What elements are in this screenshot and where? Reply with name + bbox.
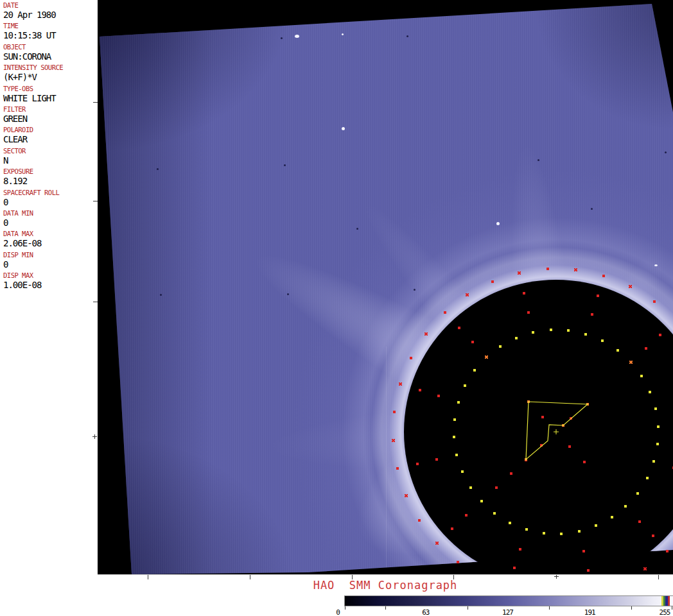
colorbar-minor-tick — [385, 606, 386, 610]
metadata-label: EXPOSURE — [3, 167, 98, 176]
metadata-entry: DATA MIN0 — [3, 209, 98, 230]
metadata-entry: FILTERGREEN — [3, 105, 98, 126]
metadata-value: WHITE LIGHT — [3, 93, 98, 103]
colorbar-end-stripe — [670, 596, 673, 606]
metadata-entry: DATE20 Apr 1980 — [3, 1, 98, 22]
metadata-value: 0 — [3, 259, 98, 270]
metadata-entry: DATA MAX2.06E-08 — [3, 230, 98, 250]
bottom-axis-plus — [554, 576, 559, 577]
panel-bottom-divider — [98, 574, 673, 575]
metadata-value: 8.192 — [3, 176, 98, 186]
colorbar-minor-tick — [468, 606, 468, 610]
colorbar-tick-label: 255 — [660, 608, 670, 616]
left-axis-tick — [93, 201, 98, 201]
metadata-label: SPACECRAFT ROLL — [3, 189, 98, 197]
metadata-entry: TIME10:15:38 UT — [3, 22, 98, 42]
metadata-label: SECTOR — [3, 147, 98, 155]
calibration-polygon-overlay — [98, 0, 673, 574]
colorbar-tick-label: 191 — [584, 608, 595, 616]
metadata-label: DATE — [3, 1, 98, 10]
metadata-entry: SECTORN — [3, 147, 98, 167]
metadata-value: 1.00E-08 — [3, 280, 98, 290]
metadata-value: 0 — [3, 218, 98, 228]
metadata-entry: EXPOSURE8.192 — [3, 167, 98, 188]
metadata-entry: SPACECRAFT ROLL0 — [3, 189, 98, 209]
metadata-entry: DISP MIN0 — [3, 251, 98, 271]
metadata-entry: TYPE-OBSWHITE LIGHT — [3, 85, 98, 105]
metadata-label: TYPE-OBS — [3, 85, 98, 93]
left-axis-tick — [93, 102, 98, 103]
colorbar-tick-label: 127 — [502, 608, 513, 616]
metadata-value: 2.06E-08 — [3, 238, 98, 248]
coronagraph-viewer: { "metadata_panel": { "entries": [ {"lab… — [0, 0, 673, 616]
metadata-entry: INTENSITY SOURCE(K+F)*V — [3, 64, 98, 84]
colorbar-tick-label: 0 — [336, 608, 340, 616]
metadata-label: INTENSITY SOURCE — [3, 64, 98, 72]
colorbar-minor-tick — [549, 606, 550, 610]
left-axis-plus — [94, 434, 95, 439]
metadata-value: CLEAR — [3, 134, 98, 144]
image-title: HAO SMM Coronagraph — [98, 579, 673, 592]
metadata-label: DISP MIN — [3, 251, 98, 259]
left-axis-tick — [93, 302, 98, 302]
metadata-value: 20 Apr 1980 — [3, 10, 98, 20]
metadata-label: DATA MAX — [3, 230, 98, 238]
metadata-value: GREEN — [3, 114, 98, 124]
metadata-value: N — [3, 155, 98, 166]
metadata-entry: DISP MAX1.00E-08 — [3, 271, 98, 292]
metadata-value: SUN:CORONA — [3, 51, 98, 62]
colorbar-end-tick — [345, 606, 345, 610]
metadata-label: DISP MAX — [3, 271, 98, 280]
metadata-label: FILTER — [3, 105, 98, 114]
metadata-entry: POLAROIDCLEAR — [3, 126, 98, 146]
metadata-value: 0 — [3, 197, 98, 207]
colorbar-tick-label: 63 — [422, 608, 429, 616]
metadata-label: DATA MIN — [3, 209, 98, 218]
metadata-value: 10:15:38 UT — [3, 30, 98, 40]
coronagraph-image-panel — [98, 0, 673, 574]
metadata-label: POLAROID — [3, 126, 98, 134]
colorbar-end-tick — [672, 606, 672, 610]
metadata-label: OBJECT — [3, 43, 98, 51]
calibration-polygon — [526, 402, 588, 459]
sun-center-plus-mark — [554, 429, 559, 434]
metadata-entry: OBJECTSUN:CORONA — [3, 43, 98, 64]
metadata-value: (K+F)*V — [3, 72, 98, 82]
colorbar-minor-tick — [631, 606, 632, 610]
metadata-label: TIME — [3, 22, 98, 30]
intensity-colorbar — [344, 595, 673, 606]
metadata-sidebar: DATE20 Apr 1980TIME10:15:38 UTOBJECTSUN:… — [0, 0, 98, 574]
